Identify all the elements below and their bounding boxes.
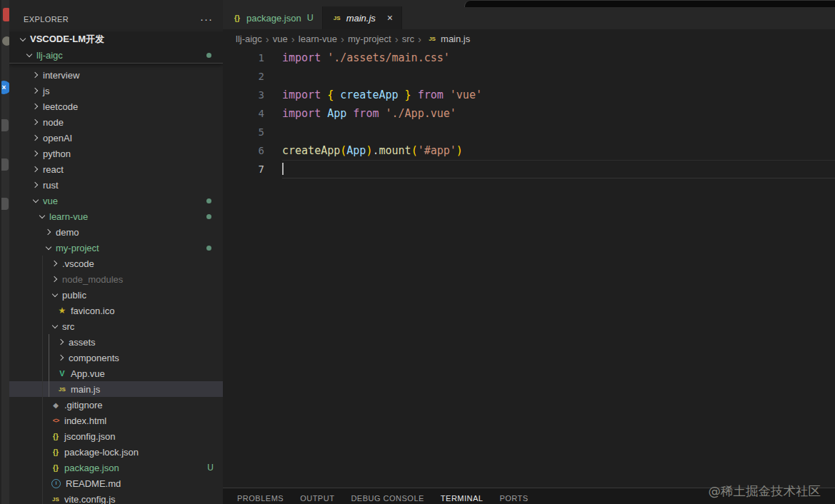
tab-package-json[interactable]: {}package.jsonU (223, 6, 323, 29)
chevron-right-icon[interactable] (31, 148, 41, 159)
line-content: import { createApp } from 'vue' (282, 86, 835, 104)
tab-main-js[interactable]: JSmain.js× (323, 6, 402, 29)
close-icon[interactable]: × (387, 13, 393, 23)
tree-folder-vscode-lm-[interactable]: VSCODE-LM开发 (9, 31, 223, 47)
tree-folder-vue[interactable]: vue (9, 193, 223, 208)
token-kw: from (346, 107, 385, 120)
chevron-down-icon[interactable] (31, 196, 41, 206)
panel-tab-output[interactable]: OUTPUT (300, 490, 334, 503)
chevron-right-icon[interactable] (31, 101, 41, 112)
tree-item-label: App.vue (71, 368, 105, 379)
text-cursor (282, 163, 284, 175)
tree-folder-rust[interactable]: rust (9, 177, 223, 193)
chevron-down-icon[interactable] (24, 50, 35, 61)
chevron-right-icon[interactable] (50, 274, 61, 285)
panel-tab-problems[interactable]: PROBLEMS (237, 490, 284, 503)
chevron-down-icon[interactable] (50, 290, 61, 301)
token-br: ( (340, 144, 346, 157)
grey-square-icon (0, 198, 9, 210)
panel-tab-terminal[interactable]: TERMINAL (441, 490, 484, 503)
tree-file-favicon-ico[interactable]: ★favicon.ico (9, 303, 223, 318)
tree-folder-interview[interactable]: interview (9, 67, 223, 83)
chevron-down-icon[interactable] (37, 211, 48, 222)
tree-file-index-html[interactable]: <>index.html (9, 413, 223, 428)
chevron-right-icon[interactable] (31, 133, 41, 143)
chevron-right-icon[interactable] (31, 164, 41, 175)
chevron-right-icon[interactable] (50, 258, 61, 269)
tree-folder-llj-aigc[interactable]: llj-aigc (9, 47, 223, 63)
more-actions-icon[interactable]: ··· (200, 16, 213, 23)
code-area[interactable]: 1import './assets/main.css'23import { cr… (223, 49, 835, 487)
token-kw: import (282, 107, 327, 120)
token-str: './assets/main.css' (327, 51, 450, 64)
tree-file-vite-config-js[interactable]: JSvite.config.js (9, 491, 223, 504)
tree-folder-my-project[interactable]: my-project (9, 240, 223, 256)
js-file-icon: JS (50, 493, 61, 504)
tree-item-label: package-lock.json (64, 447, 139, 458)
breadcrumb-item-learn-vue[interactable]: learn-vue (299, 34, 337, 44)
panel-tab-ports[interactable]: PORTS (499, 490, 528, 503)
tree-folder-node-modules[interactable]: node_modules (9, 271, 223, 287)
chevron-right-icon[interactable] (44, 227, 54, 238)
line-content: import './assets/main.css' (282, 49, 835, 67)
token-br: { (327, 89, 340, 101)
chevron-right-icon: › (341, 35, 344, 44)
token-str: '#app' (418, 144, 456, 157)
breadcrumb-item-my-project[interactable]: my-project (348, 34, 391, 44)
chevron-right-icon[interactable] (31, 70, 41, 81)
tree-folder-python[interactable]: python (9, 146, 223, 161)
js-file-icon: JS (331, 12, 343, 24)
tree-file-package-lock-json[interactable]: {}package-lock.json (9, 444, 223, 460)
tree-folder-learn-vue[interactable]: learn-vue (9, 208, 223, 224)
chevron-down-icon[interactable] (44, 243, 54, 253)
panel-tab-debug-console[interactable]: DEBUG CONSOLE (351, 490, 424, 503)
tree-folder-leetcode[interactable]: leetcode (9, 99, 223, 114)
breadcrumb-item-src[interactable]: src (402, 34, 414, 44)
git-modified-dot (206, 246, 211, 251)
breadcrumb-item-main-js[interactable]: main.js (441, 34, 470, 44)
tree-item-label: python (43, 148, 71, 159)
chevron-right-icon: › (266, 35, 269, 44)
chevron-down-icon[interactable] (18, 34, 29, 45)
chevron-right-icon[interactable] (31, 117, 41, 128)
line-number: 2 (223, 67, 264, 86)
chevron-right-icon[interactable] (31, 86, 41, 96)
code-line-4: 4import App from './App.vue' (223, 104, 835, 123)
chevron-right-icon: › (395, 35, 399, 44)
tree-file-main-js[interactable]: JSmain.js (9, 381, 223, 397)
json-file-icon: {} (50, 462, 61, 473)
tree-folder-public[interactable]: public (9, 287, 223, 303)
chevron-right-icon[interactable] (56, 337, 67, 348)
tree-folder-openai[interactable]: openAI (9, 130, 223, 146)
tree-file-jsconfig-json[interactable]: {}jsconfig.json (9, 428, 223, 444)
tree-folder-components[interactable]: components (9, 350, 223, 366)
star-file-icon: ★ (56, 305, 68, 316)
tree-file-readme-md[interactable]: iREADME.md (9, 475, 223, 491)
chevron-right-icon[interactable] (56, 353, 67, 363)
tree-file--gitignore[interactable]: ◆.gitignore (9, 397, 223, 413)
tree-folder-demo[interactable]: demo (9, 224, 223, 240)
tree-folder-node[interactable]: node (9, 114, 223, 130)
vue-file-icon: V (56, 368, 68, 379)
tree-folder--vscode[interactable]: .vscode (9, 256, 223, 271)
tree-folder-js[interactable]: js (9, 83, 223, 99)
chevron-down-icon[interactable] (50, 321, 61, 332)
tree-item-label: VSCODE-LM开发 (30, 33, 104, 46)
chevron-right-icon[interactable] (31, 180, 41, 191)
git-file-icon: ◆ (50, 399, 61, 410)
tree-item-label: README.md (66, 478, 121, 489)
grey-square-icon (0, 119, 9, 131)
tree-item-label: assets (69, 337, 96, 348)
breadcrumb: llj-aigc›vue›learn-vue›my-project›src›JS… (223, 29, 835, 49)
breadcrumb-item-vue[interactable]: vue (273, 34, 288, 44)
tree-folder-assets[interactable]: assets (9, 334, 223, 350)
line-number: 5 (223, 123, 264, 141)
tree-folder-src[interactable]: src (9, 318, 223, 334)
code-line-3: 3import { createApp } from 'vue' (223, 86, 835, 104)
tree-file-package-json[interactable]: {}package.jsonU (9, 460, 223, 475)
line-content: createApp(App).mount('#app') (282, 141, 835, 160)
chevron-right-icon: › (291, 35, 295, 44)
breadcrumb-item-llj-aigc[interactable]: llj-aigc (236, 34, 262, 44)
tree-file-app-vue[interactable]: VApp.vue (9, 366, 223, 381)
tree-folder-react[interactable]: react (9, 161, 223, 177)
